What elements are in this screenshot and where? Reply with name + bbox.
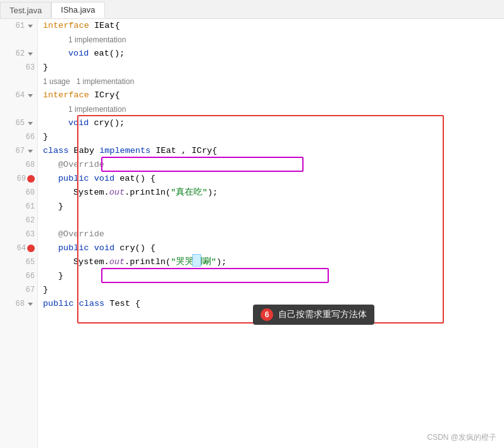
breakpoint-icon[interactable] bbox=[27, 175, 35, 183]
gutter-row: 63 bbox=[0, 227, 37, 241]
gutter-row bbox=[0, 75, 37, 88]
gutter-row: 67 bbox=[0, 144, 37, 158]
gutter-row: 64 bbox=[0, 241, 37, 255]
code-line-66b: } bbox=[38, 269, 504, 283]
tab-isha-label: ISha.java bbox=[61, 5, 95, 15]
gutter-row: 66 bbox=[0, 130, 37, 144]
gutter-row: 67 bbox=[0, 283, 37, 297]
gutter-row: 61 bbox=[0, 19, 37, 33]
tab-test-label: Test.java bbox=[9, 6, 42, 15]
code-line-61b: } bbox=[38, 200, 504, 214]
code-area: 61 62 63 64 bbox=[0, 19, 504, 448]
code-line-67: class Baby implements IEat , ICry{ bbox=[38, 144, 504, 158]
code-line-63b: @Override bbox=[38, 227, 504, 241]
gutter-row: 68 bbox=[0, 297, 37, 311]
tooltip-number: 6 bbox=[261, 308, 273, 321]
code-line-64: interface ICry{ bbox=[38, 88, 504, 102]
code-line-66: } bbox=[38, 130, 504, 144]
tab-isha-java[interactable]: ISha.java bbox=[51, 2, 104, 18]
gutter-row: 66 bbox=[0, 269, 37, 283]
arrow-icon[interactable] bbox=[26, 147, 35, 155]
arrow-icon[interactable] bbox=[26, 119, 35, 128]
tooltip-text: 自己按需求重写方法体 bbox=[278, 309, 367, 320]
gutter-row bbox=[0, 102, 37, 116]
code-line-61: interface IEat{ bbox=[38, 19, 504, 33]
gutter-row bbox=[0, 33, 37, 47]
code-line-63: } bbox=[38, 61, 504, 75]
gutter-row: 63 bbox=[0, 61, 37, 75]
gutter-row: 60 bbox=[0, 186, 37, 200]
code-content: interface IEat{ 1 implementation void ea… bbox=[38, 19, 504, 448]
hint-line-3: 1 implementation bbox=[38, 102, 504, 116]
gutter-row: 62 bbox=[0, 214, 37, 227]
gutter: 61 62 63 64 bbox=[0, 19, 38, 448]
hint-line: 1 implementation bbox=[38, 33, 504, 47]
gutter-row: 69 bbox=[0, 172, 37, 186]
arrow-icon[interactable] bbox=[26, 300, 35, 308]
tooltip: 6 自己按需求重写方法体 bbox=[253, 305, 374, 325]
code-line-62b bbox=[38, 214, 504, 227]
gutter-row: 65 bbox=[0, 255, 37, 269]
code-line-64b: public void cry() { bbox=[38, 241, 504, 255]
watermark: CSDN @发疯的橙子 bbox=[427, 432, 496, 443]
gutter-row: 68 bbox=[0, 158, 37, 172]
gutter-row: 62 bbox=[0, 47, 37, 61]
code-line-60: System.out.println("真在吃"); bbox=[38, 186, 504, 200]
code-line-65: void cry(); bbox=[38, 116, 504, 130]
editor-container: Test.java ISha.java 61 62 63 bbox=[0, 0, 504, 448]
hint-line-2: 1 usage 1 implementation bbox=[38, 75, 504, 88]
tab-test-java[interactable]: Test.java bbox=[0, 2, 51, 18]
code-line-69: public void eat() { bbox=[38, 172, 504, 186]
gutter-row: 64 bbox=[0, 88, 37, 102]
code-line-62: void eat(); bbox=[38, 47, 504, 61]
gutter-row: 61 bbox=[0, 200, 37, 214]
tab-bar: Test.java ISha.java bbox=[0, 0, 504, 19]
arrow-icon[interactable] bbox=[26, 49, 35, 58]
arrow-icon[interactable] bbox=[26, 21, 35, 30]
code-line-68: @Override bbox=[38, 158, 504, 172]
gutter-row: 65 bbox=[0, 116, 37, 130]
arrow-icon[interactable] bbox=[26, 91, 35, 100]
breakpoint-icon[interactable] bbox=[27, 245, 35, 252]
code-line-65b: System.out.println("哭哭唰唰"); bbox=[38, 255, 504, 269]
code-line-67b: } bbox=[38, 283, 504, 297]
